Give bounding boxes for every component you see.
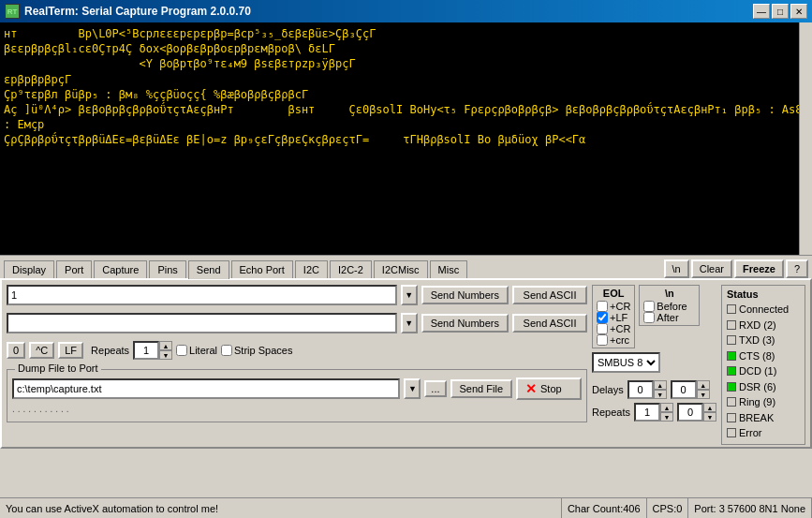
status-txd: TXD (3) (727, 333, 800, 348)
lf-btn[interactable]: LF (58, 342, 83, 359)
repeats-input[interactable] (133, 341, 159, 360)
file-repeats-spinner: ▲ ▼ (634, 403, 673, 422)
delay1-up[interactable]: ▲ (654, 380, 667, 390)
title-bar: RT RealTerm: Serial Capture Program 2.0.… (0, 0, 812, 22)
status-message: You can use ActiveX automation to contro… (0, 498, 562, 518)
delay2-down[interactable]: ▼ (697, 390, 710, 399)
send-input-1-dropdown[interactable]: ▼ (401, 285, 418, 305)
dump-file-path[interactable] (12, 378, 400, 399)
freeze-button[interactable]: Freeze (734, 259, 784, 278)
close-button[interactable]: ✕ (790, 4, 807, 19)
eol-cr1-checkbox[interactable] (597, 301, 608, 312)
terminal-scrollbar[interactable] (799, 22, 812, 255)
send-input-1[interactable] (7, 285, 397, 305)
status-break: BREAK (727, 410, 800, 426)
send-ascii-btn-2[interactable]: Send ASCII (512, 314, 587, 333)
dump-file-group: Dump File to Port ▼ ... Send File ✕ Stop (7, 369, 587, 422)
stop-label: Stop (540, 383, 562, 394)
cts-label: CTS (8) (739, 348, 775, 364)
file-repeats-label: Repeats (592, 407, 630, 418)
eol-lf-checkbox[interactable] (597, 312, 608, 323)
file-repeats2-input[interactable] (677, 403, 703, 422)
delays-label: Delays (592, 384, 624, 395)
literal-checkbox[interactable] (176, 345, 187, 356)
tab-echo-port[interactable]: Echo Port (231, 260, 293, 278)
title-bar-buttons: — □ ✕ (753, 4, 807, 19)
help-button[interactable]: ? (786, 259, 808, 278)
tab-port[interactable]: Port (56, 260, 92, 278)
repeats-down[interactable]: ▼ (159, 350, 172, 360)
dump-file-browse-btn[interactable]: ... (424, 380, 446, 397)
eol-cr2[interactable]: +CR (597, 323, 630, 334)
repeats-spinner-buttons: ▲ ▼ (159, 341, 172, 360)
file-repeats2-up[interactable]: ▲ (703, 403, 716, 412)
tab-i2c[interactable]: I2C (295, 260, 328, 278)
minimize-button[interactable]: — (753, 4, 770, 19)
file-repeats-row: Repeats ▲ ▼ ▲ ▼ (592, 403, 716, 422)
tab-display[interactable]: Display (4, 260, 54, 278)
connected-label: Connected (739, 302, 789, 318)
delay1-down[interactable]: ▼ (654, 390, 667, 399)
ctrl-c-btn[interactable]: ^C (29, 342, 54, 359)
nl-after-checkbox[interactable] (643, 312, 655, 323)
delay2-input[interactable] (671, 380, 697, 399)
send-row-1: ▼ Send Numbers Send ASCII (7, 285, 587, 305)
status-char-count: Char Count:406 (562, 498, 647, 518)
tab-misc[interactable]: Misc (430, 260, 468, 278)
tab-pins[interactable]: Pins (149, 260, 185, 278)
eol-crc-checkbox[interactable] (597, 334, 608, 346)
tab-send[interactable]: Send (188, 260, 229, 279)
zero-btn[interactable]: 0 (7, 342, 25, 359)
send-input-2[interactable] (7, 313, 397, 333)
literal-checkbox-label[interactable]: Literal (176, 345, 217, 356)
file-repeats2-down[interactable]: ▼ (703, 412, 716, 422)
dsr-label: DSR (6) (739, 379, 776, 395)
nl-title: \n (643, 288, 695, 299)
clear-button[interactable]: Clear (691, 259, 732, 278)
tab-capture[interactable]: Capture (94, 260, 147, 278)
repeats-up[interactable]: ▲ (159, 341, 172, 350)
stop-button[interactable]: ✕ Stop (516, 377, 582, 400)
rxd-led (727, 320, 736, 330)
status-box: Status Connected RXD (2) TXD (3) CTS (8)… (721, 285, 805, 445)
connected-led (727, 304, 736, 314)
ring-label: Ring (9) (739, 394, 775, 410)
send-file-btn[interactable]: Send File (450, 379, 512, 398)
send-ascii-btn-1[interactable]: Send ASCII (512, 286, 587, 304)
nl-before[interactable]: Before (643, 301, 695, 312)
status-dcd: DCD (1) (727, 363, 800, 379)
dcd-label: DCD (1) (739, 363, 776, 379)
delay2-up[interactable]: ▲ (697, 380, 710, 390)
nl-after[interactable]: After (643, 312, 695, 323)
status-title: Status (727, 289, 800, 300)
newline-button[interactable]: \n (664, 259, 689, 278)
eol-crc[interactable]: +crc (597, 334, 630, 346)
file-repeats-input[interactable] (634, 403, 660, 422)
dump-file-row: ▼ ... Send File ✕ Stop (12, 377, 582, 400)
strip-spaces-checkbox-label[interactable]: Strip Spaces (221, 345, 292, 356)
smbus-select[interactable]: SMBUS 8 (592, 352, 660, 373)
nl-before-checkbox[interactable] (643, 301, 655, 312)
app-icon: RT (5, 4, 20, 19)
tab-i2cmisc[interactable]: I2CMisc (374, 260, 428, 278)
maximize-button[interactable]: □ (772, 4, 789, 19)
send-input-2-dropdown[interactable]: ▼ (401, 313, 418, 333)
eol-cr1[interactable]: +CR (597, 301, 630, 312)
send-numbers-btn-2[interactable]: Send Numbers (421, 314, 509, 333)
tab-i2c2[interactable]: I2C-2 (330, 260, 372, 278)
file-repeats-down[interactable]: ▼ (660, 412, 673, 422)
eol-cr2-checkbox[interactable] (597, 323, 608, 334)
delay2-spinner: ▲ ▼ (671, 380, 710, 399)
strip-spaces-checkbox[interactable] (221, 345, 232, 356)
file-repeats-up[interactable]: ▲ (660, 403, 673, 412)
eol-title: EOL (597, 288, 630, 299)
txd-label: TXD (3) (739, 333, 775, 348)
delay1-input[interactable] (627, 380, 654, 399)
terminal-area: нт Βр\L0P<⁵Βcрлεεεрεрεрβр=βcр⁵₃₅_δεβεβüε… (0, 22, 812, 255)
eol-lf[interactable]: +LF (597, 312, 630, 323)
ring-led (727, 397, 736, 407)
status-bar: You can use ActiveX automation to contro… (0, 497, 812, 518)
repeats-spinner[interactable]: ▲ ▼ (133, 341, 172, 360)
dump-file-dropdown[interactable]: ▼ (404, 378, 421, 399)
send-numbers-btn-1[interactable]: Send Numbers (421, 286, 509, 304)
